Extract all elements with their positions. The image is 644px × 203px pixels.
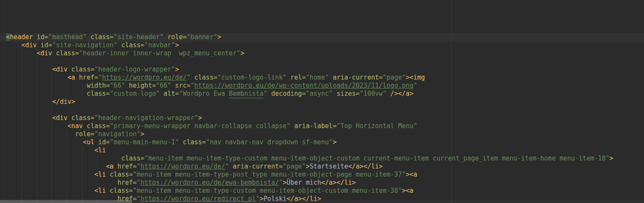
token-string: "	[263, 90, 267, 97]
token-tag: </a></li>	[321, 179, 356, 186]
code-line-14[interactable]: <ul id="menu-main-menu-1" class="nav nav…	[6, 138, 613, 146]
token-tag: >	[140, 130, 144, 138]
token-string: "100vw"	[360, 90, 386, 97]
token-attribute: id=	[94, 138, 110, 146]
token-tag: <a	[68, 74, 75, 81]
token-string: "masthead"	[48, 33, 86, 41]
token-tag: /></a>	[386, 90, 413, 97]
url-link[interactable]: https://wordpro.eu/de/	[102, 74, 187, 81]
code-line-5[interactable]: <div class="header-logo-wrapper">	[6, 66, 613, 74]
indent-whitespace	[6, 146, 94, 154]
token-tag: <li	[94, 187, 106, 194]
token-string: "page"	[283, 163, 306, 170]
token-attribute: href=	[114, 163, 137, 170]
token-attribute: aria-current=	[229, 163, 283, 170]
indent-whitespace	[6, 41, 21, 49]
url-link[interactable]: https://wordpro.eu/de/wp-content/uploads…	[195, 82, 414, 89]
token-attribute: class=	[106, 171, 133, 178]
code-line-2[interactable]: <div id="site-navigation" class="navbar"…	[6, 41, 613, 49]
token-attribute: height=	[125, 82, 156, 89]
token-tag: >	[218, 33, 221, 41]
horizontal-scrollbar-thumb[interactable]	[0, 200, 132, 203]
token-string: "	[225, 163, 229, 170]
token-string: "Wordpro Ewa	[179, 90, 229, 97]
token-tag: <div	[37, 49, 52, 57]
code-line-7[interactable]: width="66" height="66" src="https://word…	[6, 82, 613, 90]
token-tag: <li	[94, 171, 106, 178]
token-attribute: class=	[68, 114, 94, 122]
token-attribute: role=	[75, 130, 94, 138]
code-line-15[interactable]: <li	[6, 146, 613, 154]
code-line-20[interactable]: <li class="menu-item menu-item-type-cust…	[6, 187, 613, 195]
token-string: "page"	[383, 74, 406, 81]
token-attribute: src=	[171, 82, 190, 89]
token-tag: >	[198, 114, 202, 122]
token-string: "menu-item menu-item-type-custom menu-it…	[144, 154, 610, 162]
token-text: Startseite	[309, 163, 348, 170]
token-string: "header-inner inner-wrap wpz_menu_center…	[79, 49, 240, 57]
token-string: "banner"	[186, 33, 217, 41]
misspelled-word: Bembnista	[229, 90, 263, 97]
token-string: "	[137, 179, 140, 186]
token-string: "header-logo-wrapper"	[94, 66, 175, 73]
code-line-18[interactable]: <li class="menu-item menu-item-type-post…	[6, 171, 613, 179]
token-attribute: class=	[87, 90, 110, 97]
url-link[interactable]: https://wordpro.eu/de/	[140, 163, 225, 170]
token-attribute: href=	[75, 74, 98, 81]
token-tag: <ul	[83, 138, 94, 146]
indent-whitespace	[6, 122, 68, 130]
token-string: "66"	[110, 82, 125, 89]
token-string: "site-header"	[114, 33, 163, 41]
indent-whitespace	[6, 114, 52, 122]
code-line-10[interactable]	[6, 106, 613, 114]
code-line-19[interactable]: href="https://wordpro.eu/de/ewa-bembnist…	[6, 179, 613, 187]
token-attribute: class=	[191, 74, 218, 81]
token-attribute: aria-current=	[329, 74, 383, 81]
token-tag: header	[10, 33, 33, 41]
indent-whitespace	[6, 179, 117, 186]
token-string: "	[191, 82, 195, 89]
code-area[interactable]: <header id="masthead" class="site-header…	[6, 33, 613, 203]
code-line-16[interactable]: class="menu-item menu-item-type-custom m…	[6, 154, 613, 163]
indent-whitespace	[6, 82, 87, 89]
token-tag: ><a	[406, 171, 417, 178]
gutter-border	[5, 0, 5, 203]
code-line-13[interactable]: role="navigation">	[6, 130, 613, 138]
token-attribute: class=	[179, 138, 206, 146]
token-attribute: class=	[106, 187, 133, 194]
token-string: "	[279, 179, 283, 186]
code-line-9[interactable]: </div>	[6, 98, 613, 106]
token-attribute: class=	[87, 33, 114, 41]
token-tag: </a></li>	[348, 163, 383, 170]
token-attribute: alt=	[160, 90, 179, 97]
token-attribute: class=	[68, 66, 94, 73]
code-line-1[interactable]: <header id="masthead" class="site-header…	[6, 33, 613, 41]
indent-whitespace	[6, 130, 75, 138]
token-tag: <div	[52, 66, 67, 73]
indent-whitespace	[6, 49, 37, 57]
code-line-4[interactable]	[6, 57, 613, 66]
token-string: "	[186, 74, 190, 81]
token-string: "nav navbar-nav dropdown sf-menu"	[206, 138, 333, 146]
code-line-3[interactable]: <div class="header-inner inner-wrap wpz_…	[6, 49, 613, 57]
url-link[interactable]: https://wordpro.eu/de/ewa-bembnista/	[140, 179, 279, 186]
code-line-11[interactable]: <div class="header-navigation-wrapper">	[6, 114, 613, 122]
code-line-12[interactable]: <nav class="primary-menu-wrapper navbar-…	[6, 122, 613, 130]
token-tag: ><a	[402, 187, 413, 194]
token-string: "menu-main-menu-1"	[110, 138, 179, 146]
indent-whitespace	[6, 163, 106, 170]
token-tag: <div	[52, 114, 67, 122]
indent-whitespace	[6, 187, 94, 194]
code-line-8[interactable]: class="custom-logo" alt="Wordpro Ewa Bem…	[6, 90, 613, 98]
token-attribute: rel=	[286, 74, 306, 81]
matched-bracket: <	[6, 33, 10, 41]
token-string: "header-navigation-wrapper"	[94, 114, 198, 122]
code-line-17[interactable]: <a href="https://wordpro.eu/de/" aria-cu…	[6, 163, 613, 171]
token-attribute: href=	[117, 179, 137, 186]
indent-whitespace	[6, 66, 52, 73]
editor-pane[interactable]: <header id="masthead" class="site-header…	[0, 0, 644, 203]
token-string: "custom-logo"	[110, 90, 160, 97]
token-string: "custom-logo-link"	[218, 74, 287, 81]
indent-whitespace	[6, 90, 87, 97]
code-line-6[interactable]: <a href="https://wordpro.eu/de/" class="…	[6, 74, 613, 82]
